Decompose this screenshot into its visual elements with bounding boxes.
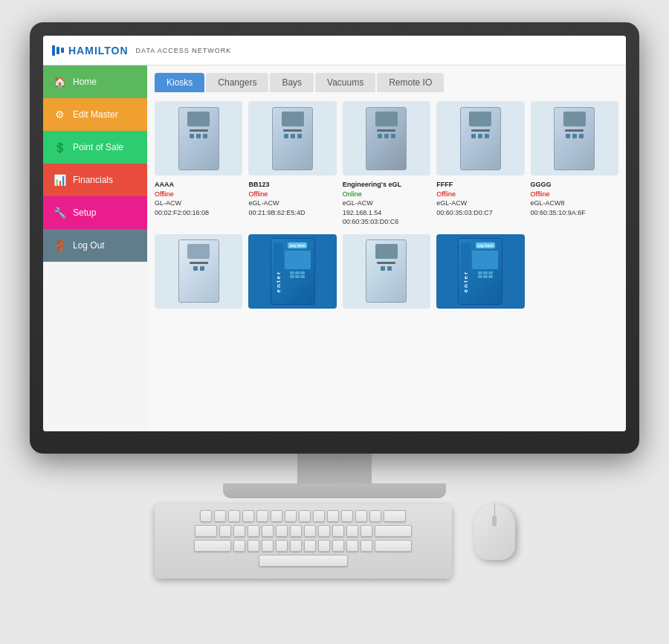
kiosk-mac-gggg: 00:60:35:10:9A:6F xyxy=(531,208,618,218)
kiosk-card-empty xyxy=(531,234,618,313)
kiosk-image-engineering xyxy=(343,101,430,176)
machine-btn-r2a2 xyxy=(200,266,204,271)
machine-screen-ffff xyxy=(469,112,491,126)
machine-body-gggg xyxy=(554,107,595,170)
monitor-stand-base xyxy=(223,483,446,498)
kb-key xyxy=(290,540,302,552)
pay-here-enter-text-2: enter xyxy=(461,242,471,294)
keyboard[interactable] xyxy=(155,504,452,579)
kiosk-card-row2-3[interactable] xyxy=(343,234,430,313)
machine-btn-e2 xyxy=(384,134,389,138)
kiosk-card-pay-here-2[interactable]: enter pay here xyxy=(436,234,524,313)
kb-key xyxy=(200,510,212,522)
pay-here-keypad-1 xyxy=(290,271,305,278)
app-logo: HAMILTON DATA ACCESS NETWORK xyxy=(52,45,231,57)
kiosk-status-engineering: Online xyxy=(343,190,430,199)
pay-here-key-11 xyxy=(483,275,488,278)
sidebar-item-logout[interactable]: 🚪 Log Out xyxy=(43,229,147,262)
machine-btn-bb3 xyxy=(297,134,302,138)
main-content: Kiosks Changers Bays Vacuums Remote IO xyxy=(147,65,626,431)
kiosk-mac-bb123: 00:21:9B:62:E5:4D xyxy=(248,208,336,218)
kiosk-type-bb123: eGL-ACW xyxy=(248,199,336,208)
logo-bar-1 xyxy=(52,45,55,56)
kiosk-mac-engineering: 00:60:35:03:D0:C6 xyxy=(343,217,430,227)
machine-buttons-gggg xyxy=(566,134,584,138)
tab-bays[interactable]: Bays xyxy=(270,73,314,92)
machine-slot-row2-3 xyxy=(377,262,395,264)
kiosk-card-gggg[interactable]: GGGG Offline eGL-ACW8 00:60:35:10:9A:6F xyxy=(531,101,618,227)
kiosk-status-bb123: Offline xyxy=(248,190,336,199)
kb-key xyxy=(375,525,412,537)
sidebar-label-setup: Setup xyxy=(73,207,96,218)
monitor: HAMILTON DATA ACCESS NETWORK 🏠 Home ⚙ Ed… xyxy=(30,22,639,454)
tab-vacuums[interactable]: Vacuums xyxy=(315,73,375,92)
sidebar-item-edit-master[interactable]: ⚙ Edit Master xyxy=(43,98,147,131)
kb-row-4 xyxy=(161,555,446,567)
pay-here-badge-2: pay here xyxy=(476,242,496,248)
machine-slot-bb123 xyxy=(283,129,302,132)
mouse-scroll-wheel xyxy=(492,515,497,527)
kb-key xyxy=(369,510,381,522)
sidebar-label-logout: Log Out xyxy=(73,240,105,251)
kiosk-card-row2-1[interactable] xyxy=(155,234,242,313)
kiosk-info-engineering: Engineering's eGL Online eGL-ACW 192.168… xyxy=(343,180,430,227)
kb-key xyxy=(355,510,367,522)
kb-spacebar[interactable] xyxy=(259,555,348,567)
kiosk-type-engineering: eGL-ACW xyxy=(343,199,430,208)
kb-key xyxy=(214,510,226,522)
machine-buttons-aaaa xyxy=(190,134,207,138)
tab-kiosks[interactable]: Kiosks xyxy=(155,73,204,92)
sidebar-item-setup[interactable]: 🔧 Setup xyxy=(43,196,147,229)
kb-key xyxy=(195,525,217,537)
tab-remote-io[interactable]: Remote IO xyxy=(377,73,444,92)
kiosk-name-ffff: FFFF xyxy=(436,180,524,190)
dollar-icon: 💲 xyxy=(52,140,67,155)
mouse[interactable] xyxy=(474,504,515,560)
kiosk-image-pay-here-1: enter pay here xyxy=(248,234,336,309)
pay-here-key-5 xyxy=(295,275,300,278)
kiosk-card-bb123[interactable]: BB123 Offline eGL-ACW 00:21:9B:62:E5:4D xyxy=(248,101,336,227)
kiosk-status-aaaa: Offline xyxy=(155,190,242,199)
pay-here-screen-1 xyxy=(285,251,311,269)
tab-changers[interactable]: Changers xyxy=(206,73,268,92)
kiosk-image-pay-here-2: enter pay here xyxy=(436,234,524,309)
machine-body-engineering xyxy=(366,107,407,170)
machine-screen-row2-3 xyxy=(375,244,398,259)
machine-btn-r2c1 xyxy=(381,266,385,271)
kiosk-type-gggg: eGL-ACW8 xyxy=(531,199,618,208)
kiosk-card-aaaa[interactable]: AAAA Offline GL-ACW 00:02:F2:00:16:08 xyxy=(155,101,242,227)
kiosk-image-row2-3 xyxy=(343,234,430,309)
machine-screen-bb123 xyxy=(282,112,304,126)
kiosk-grid-row1: AAAA Offline GL-ACW 00:02:F2:00:16:08 xyxy=(155,101,618,227)
kiosk-image-aaaa xyxy=(155,101,242,176)
kiosk-ip-engineering: 192.168.1.54 xyxy=(343,208,430,218)
kb-key xyxy=(304,540,316,552)
kiosk-image-gggg xyxy=(531,101,618,176)
pay-here-screen-2 xyxy=(472,251,498,269)
pay-here-key-4 xyxy=(290,275,294,278)
sidebar-item-home[interactable]: 🏠 Home xyxy=(43,65,147,98)
kb-key xyxy=(248,540,259,552)
kiosk-name-engineering: Engineering's eGL xyxy=(343,180,430,190)
kb-key xyxy=(228,510,240,522)
pay-here-enter-text-1: enter xyxy=(274,242,283,294)
machine-btn-g2 xyxy=(572,134,577,138)
kiosk-card-pay-here-1[interactable]: enter pay here xyxy=(248,234,336,313)
machine-body-row2-3 xyxy=(366,239,407,303)
kiosk-mac-aaaa: 00:02:F2:00:16:08 xyxy=(155,208,242,218)
machine-btn-r2a1 xyxy=(193,266,198,271)
kb-key xyxy=(327,510,339,522)
monitor-screen: HAMILTON DATA ACCESS NETWORK 🏠 Home ⚙ Ed… xyxy=(43,36,626,431)
kb-key xyxy=(219,525,231,537)
kb-key xyxy=(233,540,245,552)
kb-key xyxy=(271,510,282,522)
kiosk-card-ffff[interactable]: FFFF Offline eGL-ACW 00:60:35:03:D0:C7 xyxy=(436,101,524,227)
kiosk-card-engineering[interactable]: Engineering's eGL Online eGL-ACW 192.168… xyxy=(343,101,430,227)
pay-here-key-9 xyxy=(488,271,493,274)
kiosk-image-ffff xyxy=(436,101,524,176)
kb-key xyxy=(194,540,231,552)
sidebar-item-financials[interactable]: 📊 Financials xyxy=(43,164,147,196)
sidebar-item-pos[interactable]: 💲 Point of Sale xyxy=(43,131,147,164)
pay-here-key-7 xyxy=(478,271,482,274)
kiosk-status-ffff: Offline xyxy=(436,190,524,199)
